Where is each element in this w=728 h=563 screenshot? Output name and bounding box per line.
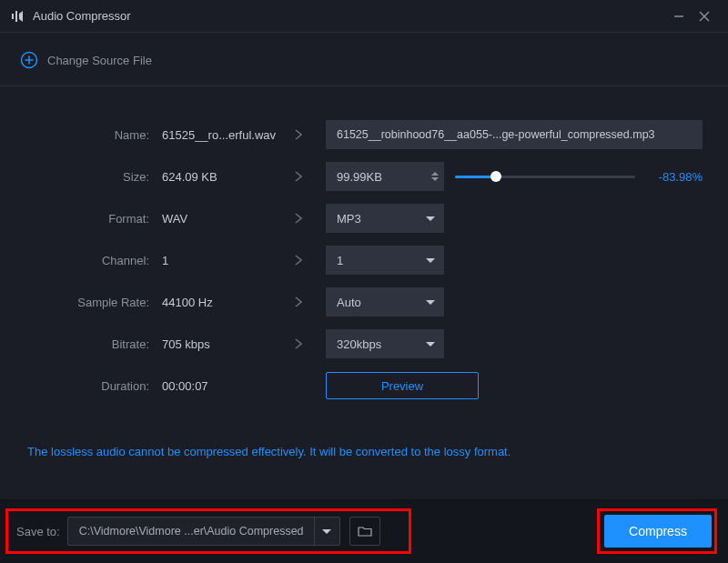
compress-button[interactable]: Compress <box>604 515 712 548</box>
format-label: Format: <box>0 212 162 226</box>
app-title: Audio Compressor <box>33 9 131 23</box>
compression-percent: -83.98% <box>659 170 703 184</box>
close-button[interactable] <box>692 4 717 29</box>
size-label: Size: <box>0 170 162 184</box>
titlebar: Audio Compressor <box>0 0 728 33</box>
row-sample-rate: Sample Rate: 44100 Hz Auto <box>0 281 703 323</box>
sample-rate-dropdown[interactable]: Auto <box>326 287 444 317</box>
footer-bar: Save to: C:\Vidmore\Vidmore ...er\Audio … <box>0 499 728 563</box>
chevron-down-icon <box>426 300 435 305</box>
source-duration: 00:00:07 <box>162 379 271 393</box>
source-bitrate: 705 kbps <box>162 337 271 351</box>
source-size: 624.09 KB <box>162 170 271 184</box>
minimize-button[interactable] <box>666 4 692 29</box>
name-label: Name: <box>0 128 162 142</box>
row-size: Size: 624.09 KB 99.99KB -83.98% <box>0 156 703 197</box>
warning-text: The lossless audio cannot be compressed … <box>0 407 703 458</box>
source-sample-rate: 44100 Hz <box>162 296 271 309</box>
chevron-down-icon <box>426 342 435 347</box>
change-source-label: Change Source File <box>47 54 152 67</box>
svg-rect-1 <box>15 11 17 22</box>
source-format: WAV <box>162 212 271 226</box>
change-source-row[interactable]: Change Source File <box>0 33 728 86</box>
minimize-icon <box>673 11 684 22</box>
target-size-spinner[interactable]: 99.99KB <box>326 162 444 191</box>
arrow-icon <box>271 338 326 349</box>
close-icon <box>699 11 710 22</box>
arrow-icon <box>271 213 326 224</box>
chevron-down-icon[interactable] <box>431 177 439 181</box>
preview-button[interactable]: Preview <box>326 372 479 399</box>
save-path-group: C:\Vidmore\Vidmore ...er\Audio Compresse… <box>67 517 340 546</box>
chevron-down-icon <box>322 529 331 534</box>
open-folder-button[interactable] <box>349 517 380 546</box>
source-name: 61525__ro...erful.wav <box>162 128 271 142</box>
app-logo: Audio Compressor <box>11 9 131 24</box>
sample-rate-label: Sample Rate: <box>0 296 162 309</box>
channel-dropdown[interactable]: 1 <box>326 246 444 275</box>
svg-rect-0 <box>12 14 14 19</box>
row-duration: Duration: 00:00:07 Preview <box>0 365 703 407</box>
bitrate-label: Bitrate: <box>0 337 162 351</box>
save-path-field[interactable]: C:\Vidmore\Vidmore ...er\Audio Compresse… <box>68 525 314 538</box>
chevron-down-icon <box>426 216 435 221</box>
slider-thumb[interactable] <box>490 171 501 182</box>
save-to-label: Save to: <box>16 525 60 538</box>
duration-label: Duration: <box>0 379 162 393</box>
row-name: Name: 61525__ro...erful.wav 61525__robin… <box>0 114 703 156</box>
row-channel: Channel: 1 1 <box>0 239 703 281</box>
content-area: Name: 61525__ro...erful.wav 61525__robin… <box>0 86 728 458</box>
chevron-up-icon[interactable] <box>431 172 439 176</box>
size-slider[interactable] <box>455 162 635 191</box>
row-bitrate: Bitrate: 705 kbps 320kbps <box>0 323 703 365</box>
row-format: Format: WAV MP3 <box>0 197 703 239</box>
channel-label: Channel: <box>0 254 162 267</box>
save-path-dropdown[interactable] <box>314 518 339 545</box>
format-dropdown[interactable]: MP3 <box>326 204 444 233</box>
source-channel: 1 <box>162 254 271 267</box>
arrow-icon <box>271 255 326 266</box>
folder-icon <box>358 526 372 537</box>
arrow-icon <box>271 171 326 182</box>
output-filename-field[interactable]: 61525__robinhood76__aa055-...ge-powerful… <box>326 120 703 149</box>
arrow-icon <box>271 297 326 307</box>
chevron-down-icon <box>426 258 435 263</box>
spinner-arrows[interactable] <box>431 162 439 191</box>
app-icon <box>11 9 25 24</box>
add-circle-icon <box>20 51 38 69</box>
arrow-icon <box>271 129 326 140</box>
bitrate-dropdown[interactable]: 320kbps <box>326 329 444 358</box>
